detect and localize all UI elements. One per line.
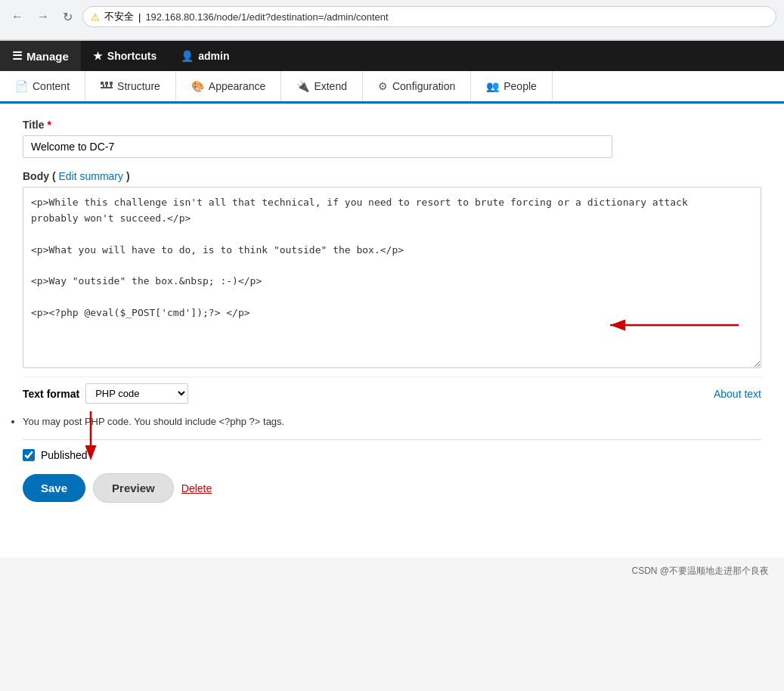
published-row: Published	[23, 449, 761, 461]
body-textarea[interactable]	[23, 187, 761, 368]
people-label: People	[504, 80, 537, 92]
published-container: Published	[23, 449, 761, 461]
nav-configuration[interactable]: ⚙ Configuration	[363, 71, 471, 101]
admin-toolbar: ☰ Manage ★ Shortcuts 👤 admin	[0, 41, 784, 71]
structure-icon	[101, 80, 113, 92]
title-input[interactable]	[23, 135, 612, 158]
refresh-button[interactable]: ↻	[59, 8, 76, 26]
nav-appearance[interactable]: 🎨 Appearance	[176, 71, 282, 101]
about-text-link[interactable]: About text	[714, 388, 761, 400]
title-label: Title *	[23, 119, 761, 131]
php-hint-text: You may post PHP code. You should includ…	[23, 416, 761, 427]
svg-rect-0	[101, 82, 104, 85]
address-input-field[interactable]: ⚠ 不安全 | 192.168.80.136/node/1/edit?desti…	[82, 6, 776, 27]
text-format-row: Text format PHP code Basic HTML Restrict…	[23, 376, 761, 410]
preview-button[interactable]: Preview	[93, 473, 174, 503]
format-left: Text format PHP code Basic HTML Restrict…	[23, 383, 188, 404]
configuration-label: Configuration	[392, 80, 455, 92]
svg-rect-4	[106, 85, 107, 87]
appearance-label: Appearance	[209, 80, 266, 92]
svg-rect-1	[105, 82, 108, 85]
secondary-nav: 📄 Content Structure 🎨 Appearance 🔌 Exten…	[0, 71, 784, 104]
save-button[interactable]: Save	[23, 474, 85, 502]
php-hint: You may post PHP code. You should includ…	[23, 416, 761, 427]
svg-rect-3	[103, 85, 104, 87]
delete-link[interactable]: Delete	[181, 482, 212, 494]
title-required-marker: *	[47, 119, 51, 131]
admin-label: admin	[198, 50, 229, 62]
divider	[23, 439, 761, 440]
browser-chrome: ← → ↻ ⚠ 不安全 | 192.168.80.136/node/1/edit…	[0, 0, 784, 41]
user-icon: 👤	[181, 50, 194, 62]
shortcuts-nav-item[interactable]: ★ Shortcuts	[81, 41, 169, 71]
address-separator: |	[138, 11, 141, 23]
shortcuts-icon: ★	[93, 50, 103, 62]
content-label: Content	[33, 80, 70, 92]
text-format-select[interactable]: PHP code Basic HTML Restricted HTML Full…	[85, 383, 188, 404]
body-field-container	[23, 187, 761, 370]
menu-toggle-button[interactable]: ☰ Manage	[0, 41, 81, 71]
people-icon: 👥	[486, 80, 499, 92]
address-text: 192.168.80.136/node/1/edit?destination=/…	[145, 11, 388, 23]
buttons-row: Save Preview Delete	[23, 473, 761, 503]
admin-user-nav-item[interactable]: 👤 admin	[169, 41, 241, 71]
svg-rect-6	[101, 87, 113, 88]
content-icon: 📄	[15, 80, 28, 92]
edit-summary-link[interactable]: Edit summary	[58, 170, 123, 182]
svg-rect-5	[110, 85, 112, 87]
svg-rect-2	[110, 82, 113, 85]
footer: CSDN @不要温顺地走进那个良夜	[0, 557, 784, 585]
nav-content[interactable]: 📄 Content	[0, 71, 85, 101]
back-button[interactable]: ←	[8, 8, 27, 25]
security-warning-icon: ⚠	[91, 11, 100, 23]
address-bar: ← → ↻ ⚠ 不安全 | 192.168.80.136/node/1/edit…	[0, 0, 784, 33]
manage-label: Manage	[26, 50, 69, 63]
security-text: 不安全	[104, 10, 134, 23]
body-label: Body ( Edit summary )	[23, 170, 761, 182]
nav-extend[interactable]: 🔌 Extend	[281, 71, 363, 101]
main-content: Title * Body ( Edit summary ) Text forma…	[0, 104, 784, 557]
text-format-label: Text format	[23, 388, 79, 400]
menu-icon: ☰	[12, 49, 22, 63]
configuration-icon: ⚙	[378, 80, 388, 92]
footer-text: CSDN @不要温顺地走进那个良夜	[631, 566, 769, 576]
published-label: Published	[41, 449, 88, 461]
nav-structure[interactable]: Structure	[85, 71, 176, 101]
extend-label: Extend	[314, 80, 347, 92]
bookmarks-bar	[0, 33, 784, 40]
forward-button[interactable]: →	[33, 8, 53, 25]
published-checkbox[interactable]	[23, 449, 35, 461]
extend-icon: 🔌	[296, 80, 309, 92]
appearance-icon: 🎨	[191, 80, 204, 92]
nav-people[interactable]: 👥 People	[471, 71, 553, 101]
shortcuts-label: Shortcuts	[107, 50, 156, 62]
structure-label: Structure	[117, 80, 160, 92]
